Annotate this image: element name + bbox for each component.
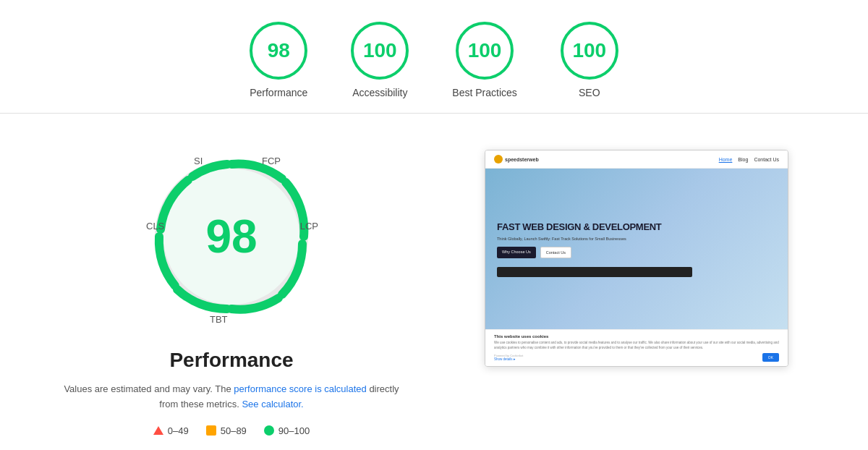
- preview-cookie-title: This website uses cookies: [494, 334, 779, 339]
- label-tbt: TBT: [210, 314, 228, 325]
- preview-hero: FAST WEB DESIGN & DEVELOPMENT Think Glob…: [485, 169, 788, 329]
- preview-logo-text: speedsterweb: [505, 157, 539, 162]
- score-seo: 100 SEO: [561, 22, 618, 98]
- preview-nav-home: Home: [719, 157, 733, 162]
- preview-cookie-area: This website uses cookies We use cookies…: [485, 329, 788, 366]
- preview-show-details: Show details ▸: [494, 357, 523, 361]
- legend-green: 90–100: [264, 425, 310, 436]
- score-circle-best-practices: 100: [456, 22, 514, 80]
- left-panel: SI FCP LCP TBT CLS 98 Performance Values…: [43, 135, 420, 436]
- score-best-practices: 100 Best Practices: [452, 22, 516, 98]
- legend-red-label: 0–49: [168, 425, 189, 436]
- red-triangle-icon: [153, 426, 163, 435]
- label-si: SI: [194, 156, 203, 166]
- preview-inner: speedsterweb Home Blog Contact Us FAST W…: [485, 150, 788, 366]
- preview-dark-bar: [497, 267, 692, 277]
- website-preview: speedsterweb Home Blog Contact Us FAST W…: [485, 150, 788, 367]
- preview-nav-links: Home Blog Contact Us: [719, 157, 779, 162]
- preview-cookie-row: Powered by Cookiebot Show details ▸ OK: [494, 353, 779, 362]
- label-lcp: LCP: [300, 221, 318, 232]
- legend-red: 0–49: [153, 425, 189, 436]
- score-circle-performance: 98: [250, 22, 307, 80]
- orange-square-icon: [206, 425, 216, 436]
- score-performance: 98 Performance: [250, 22, 307, 98]
- score-label-seo: SEO: [579, 87, 600, 98]
- score-label-accessibility: Accessibility: [352, 87, 407, 98]
- label-fcp: FCP: [262, 156, 281, 166]
- footer-note: Values are estimated and may vary. The p…: [58, 382, 405, 412]
- preview-logo: speedsterweb: [494, 155, 539, 164]
- right-panel: speedsterweb Home Blog Contact Us FAST W…: [448, 135, 825, 367]
- preview-cookie-text: We use cookies to personalise content an…: [494, 341, 779, 350]
- footer-note-text-1: Values are estimated and may vary. The: [64, 383, 234, 394]
- score-label-best-practices: Best Practices: [452, 87, 516, 98]
- preview-ok-button: OK: [762, 353, 779, 362]
- radial-score: 98: [205, 213, 257, 260]
- preview-hero-title: FAST WEB DESIGN & DEVELOPMENT: [497, 221, 776, 233]
- preview-navbar: speedsterweb Home Blog Contact Us: [485, 150, 788, 169]
- perf-title: Performance: [169, 349, 293, 372]
- green-circle-icon: [264, 425, 274, 436]
- scores-section: 98 Performance 100 Accessibility 100 Bes…: [0, 0, 868, 114]
- preview-nav-contact: Contact Us: [754, 157, 779, 162]
- legend-orange: 50–89: [206, 425, 247, 436]
- preview-buttons: Why Choose Us Contact Us: [497, 247, 776, 258]
- score-accessibility: 100 Accessibility: [351, 22, 409, 98]
- label-cls: CLS: [146, 221, 164, 232]
- radial-chart: SI FCP LCP TBT CLS 98: [130, 135, 333, 338]
- main-content: SI FCP LCP TBT CLS 98 Performance Values…: [0, 114, 868, 450]
- preview-hero-sub: Think Globally, Launch Swiftly: Fast Tra…: [497, 237, 776, 241]
- preview-nav-blog: Blog: [738, 157, 748, 162]
- legend-green-label: 90–100: [278, 425, 310, 436]
- preview-logo-icon: [494, 155, 503, 164]
- preview-contact-btn: Contact Us: [540, 247, 571, 258]
- calculator-link[interactable]: See calculator.: [242, 399, 303, 409]
- perf-score-link[interactable]: performance score is calculated: [234, 383, 367, 394]
- score-circle-accessibility: 100: [351, 22, 409, 80]
- preview-why-btn: Why Choose Us: [497, 247, 536, 258]
- score-circle-seo: 100: [561, 22, 618, 80]
- legend: 0–49 50–89 90–100: [153, 425, 310, 436]
- score-label-performance: Performance: [250, 87, 307, 98]
- legend-orange-label: 50–89: [221, 425, 247, 436]
